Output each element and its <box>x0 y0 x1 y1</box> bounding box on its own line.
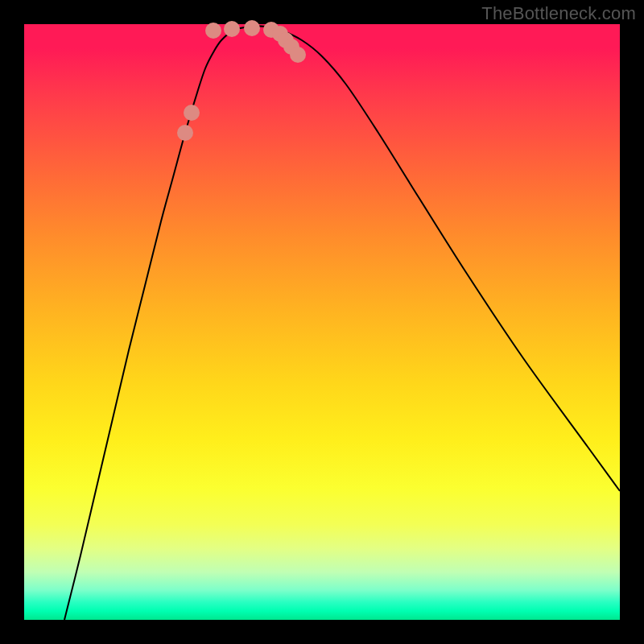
marker-layer <box>177 20 306 141</box>
watermark-text: TheBottleneck.com <box>481 3 636 24</box>
chart-frame: TheBottleneck.com <box>0 0 644 644</box>
highlight-marker <box>205 23 221 39</box>
highlight-marker <box>290 47 306 63</box>
highlight-marker <box>224 21 240 37</box>
chart-svg <box>24 24 620 620</box>
highlight-marker <box>244 20 260 36</box>
curve-layer <box>64 26 620 620</box>
highlight-marker <box>177 125 193 141</box>
highlight-marker <box>184 105 200 121</box>
bottleneck-curve <box>64 26 620 620</box>
